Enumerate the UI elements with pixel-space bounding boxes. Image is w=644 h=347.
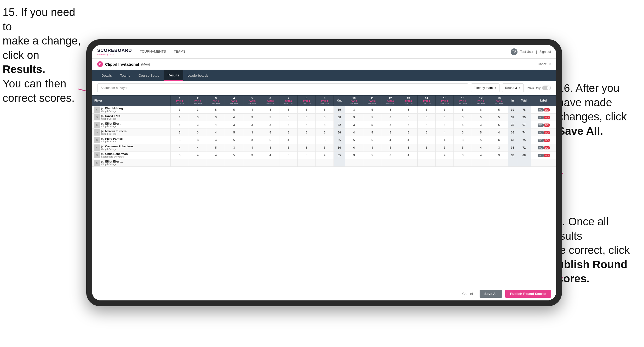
score-cell[interactable]: 5 [472, 129, 490, 136]
score-cell[interactable]: 4 [381, 136, 399, 144]
score-cell[interactable]: 3 [189, 114, 207, 121]
score-cell[interactable]: 5 [436, 114, 454, 121]
score-cell[interactable]: 5 [381, 144, 399, 152]
score-cell[interactable]: 5 [171, 129, 189, 136]
score-cell[interactable]: 4 [436, 129, 454, 136]
score-cell[interactable]: 4 [345, 129, 363, 136]
score-cell[interactable]: 3 [417, 144, 435, 152]
score-cell[interactable]: 3 [225, 121, 243, 129]
score-cell[interactable]: 5 [207, 144, 225, 152]
score-cell[interactable]: 4 [399, 136, 417, 144]
score-cell[interactable]: 4 [207, 136, 225, 144]
score-cell[interactable]: 3 [436, 106, 454, 114]
score-cell[interactable]: 3 [297, 121, 315, 129]
score-cell[interactable]: 3 [261, 144, 279, 152]
score-cell[interactable]: 4 [261, 152, 279, 159]
score-cell[interactable]: 5 [261, 129, 279, 136]
tab-details[interactable]: Details [97, 70, 116, 81]
score-cell[interactable]: 4 [279, 136, 297, 144]
score-cell[interactable]: 5 [315, 114, 334, 121]
score-cell[interactable]: 3 [243, 136, 261, 144]
score-cell[interactable] [490, 159, 508, 167]
score-cell[interactable]: 4 [399, 152, 417, 159]
score-cell[interactable]: 3 [381, 121, 399, 129]
score-cell[interactable] [345, 159, 363, 167]
score-cell[interactable]: 5 [261, 136, 279, 144]
score-cell[interactable]: 3 [381, 114, 399, 121]
score-cell[interactable]: 6 [279, 114, 297, 121]
score-cell[interactable] [225, 159, 243, 167]
score-cell[interactable]: 5 [261, 114, 279, 121]
score-cell[interactable]: 5 [399, 114, 417, 121]
score-cell[interactable] [417, 159, 435, 167]
score-cell[interactable] [261, 159, 279, 167]
cancel-button[interactable]: Cancel [459, 290, 476, 298]
score-cell[interactable]: 4 [436, 136, 454, 144]
score-cell[interactable]: 3 [315, 129, 334, 136]
score-cell[interactable]: 3 [171, 136, 189, 144]
score-cell[interactable] [315, 159, 334, 167]
score-cell[interactable]: 5 [454, 121, 472, 129]
score-cell[interactable]: 3 [171, 152, 189, 159]
score-cell[interactable]: 3 [279, 152, 297, 159]
score-cell[interactable]: 3 [189, 121, 207, 129]
score-cell[interactable]: 5 [279, 106, 297, 114]
score-cell[interactable]: 3 [243, 121, 261, 129]
score-cell[interactable]: 3 [261, 121, 279, 129]
score-cell[interactable]: 3 [261, 106, 279, 114]
score-cell[interactable]: 5 [363, 129, 381, 136]
tab-course-setup[interactable]: Course Setup [134, 70, 164, 81]
score-cell[interactable]: 3 [297, 114, 315, 121]
score-cell[interactable]: 3 [207, 114, 225, 121]
score-cell[interactable]: 5 [315, 136, 334, 144]
publish-round-scores-button[interactable]: Publish Round Scores [505, 290, 551, 298]
tab-teams[interactable]: Teams [116, 70, 134, 81]
score-cell[interactable] [454, 159, 472, 167]
score-cell[interactable]: 6 [472, 106, 490, 114]
score-cell[interactable]: 5 [417, 121, 435, 129]
score-cell[interactable]: 3 [243, 114, 261, 121]
score-cell[interactable]: 6 [490, 136, 508, 144]
search-input[interactable] [97, 83, 468, 92]
score-cell[interactable]: 5 [363, 136, 381, 144]
score-cell[interactable]: 3 [189, 106, 207, 114]
score-cell[interactable]: 3 [436, 121, 454, 129]
score-cell[interactable]: 5 [472, 114, 490, 121]
score-cell[interactable]: 6 [417, 106, 435, 114]
score-cell[interactable]: 4 [436, 152, 454, 159]
score-cell[interactable]: 3 [454, 129, 472, 136]
score-cell[interactable]: 4 [472, 144, 490, 152]
score-cell[interactable]: 5 [454, 106, 472, 114]
score-cell[interactable]: 3 [189, 136, 207, 144]
totals-only-toggle[interactable] [542, 86, 551, 90]
score-cell[interactable]: 4 [189, 144, 207, 152]
score-cell[interactable]: 4 [225, 114, 243, 121]
score-cell[interactable]: 3 [345, 106, 363, 114]
score-cell[interactable]: 5 [381, 129, 399, 136]
score-cell[interactable]: 3 [454, 114, 472, 121]
score-cell[interactable]: 4 [207, 121, 225, 129]
score-cell[interactable] [207, 159, 225, 167]
score-cell[interactable]: 5 [363, 152, 381, 159]
score-cell[interactable] [279, 159, 297, 167]
score-cell[interactable]: 4 [171, 144, 189, 152]
score-cell[interactable]: 5 [490, 114, 508, 121]
score-cell[interactable]: 4 [472, 152, 490, 159]
score-cell[interactable]: 6 [490, 121, 508, 129]
score-cell[interactable]: 3 [345, 114, 363, 121]
score-cell[interactable]: 4 [189, 152, 207, 159]
score-cell[interactable]: 3 [490, 144, 508, 152]
score-cell[interactable] [436, 159, 454, 167]
score-cell[interactable]: 5 [417, 129, 435, 136]
score-cell[interactable]: 5 [225, 152, 243, 159]
score-cell[interactable]: 5 [345, 136, 363, 144]
score-cell[interactable]: 3 [345, 152, 363, 159]
score-cell[interactable]: 3 [243, 152, 261, 159]
score-cell[interactable]: 3 [363, 144, 381, 152]
score-cell[interactable]: 4 [490, 129, 508, 136]
score-cell[interactable]: 5 [207, 106, 225, 114]
score-cell[interactable]: 5 [472, 136, 490, 144]
score-cell[interactable]: 6 [297, 106, 315, 114]
score-cell[interactable]: 4 [207, 129, 225, 136]
score-cell[interactable]: 4 [243, 106, 261, 114]
